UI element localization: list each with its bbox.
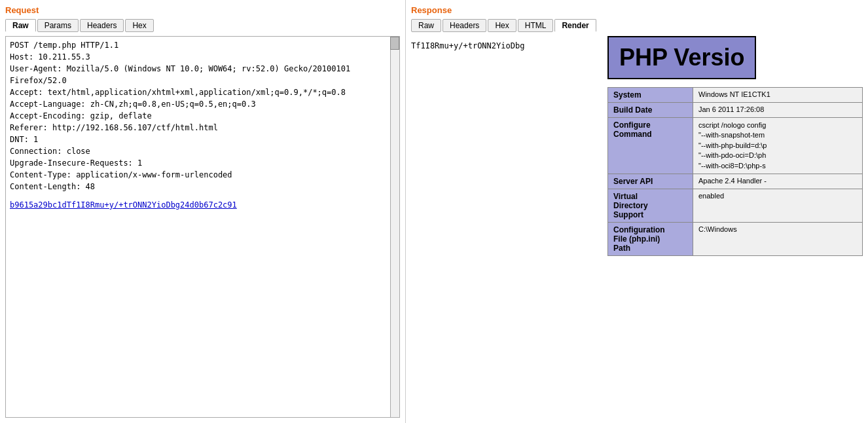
php-info-table: System Windows NT IE1CTK1 Build Date Jan… [607, 87, 863, 256]
request-body[interactable]: POST /temp.php HTTP/1.1 Host: 10.211.55.… [6, 37, 399, 417]
request-title: Request [5, 5, 400, 15]
request-firefox: Firefox/52.0 [10, 75, 395, 86]
table-row-virtual-dir: VirtualDirectorySupport enabled [608, 189, 863, 222]
value-server-api: Apache 2.4 Handler - [693, 174, 863, 189]
tab-raw-response[interactable]: Raw [411, 19, 441, 32]
response-encoded-text: Tf1I8Rmu+y/+trONN2YioDbg [411, 41, 607, 50]
request-referer: Referer: http://192.168.56.107/ctf/html.… [10, 122, 395, 134]
request-dnt: DNT: 1 [10, 134, 395, 145]
response-right: PHP Versio System Windows NT IE1CTK1 Bui… [607, 36, 863, 418]
label-system: System [608, 88, 693, 103]
tab-hex-request[interactable]: Hex [125, 19, 153, 32]
scrollbar-thumb[interactable] [390, 37, 399, 50]
tab-render-response[interactable]: Render [554, 19, 596, 32]
table-row-configure: ConfigureCommand cscript /nologo config … [608, 118, 863, 174]
response-content: Tf1I8Rmu+y/+trONN2YioDbg PHP Versio Syst… [411, 36, 863, 418]
request-user-agent: User-Agent: Mozilla/5.0 (Windows NT 10.0… [10, 63, 395, 75]
left-panel: Request Raw Params Headers Hex POST /tem… [0, 0, 406, 423]
table-row-system: System Windows NT IE1CTK1 [608, 88, 863, 103]
request-accept: Accept: text/html,application/xhtml+xml,… [10, 86, 395, 98]
request-tabs: Raw Params Headers Hex [5, 19, 400, 32]
tab-raw-request[interactable]: Raw [5, 19, 36, 32]
table-row-config-file: ConfigurationFile (php.ini)Path C:\Windo… [608, 222, 863, 255]
label-configure: ConfigureCommand [608, 118, 693, 174]
scrollbar[interactable] [390, 37, 399, 417]
tab-html-response[interactable]: HTML [518, 19, 554, 32]
table-row-server-api: Server API Apache 2.4 Handler - [608, 174, 863, 189]
request-link-text[interactable]: b9615a29bc1dTf1I8Rmu+y/+trONN2YioDbg24d0… [10, 200, 237, 210]
value-build-date: Jan 6 2011 17:26:08 [693, 103, 863, 118]
request-accept-lang: Accept-Language: zh-CN,zh;q=0.8,en-US;q=… [10, 98, 395, 110]
request-body-wrapper: POST /temp.php HTTP/1.1 Host: 10.211.55.… [5, 36, 400, 418]
response-tabs: Raw Headers Hex HTML Render [411, 19, 863, 32]
request-content-length: Content-Length: 48 [10, 181, 395, 193]
value-config-file: C:\Windows [693, 222, 863, 255]
response-left: Tf1I8Rmu+y/+trONN2YioDbg [411, 36, 607, 418]
response-title: Response [411, 5, 863, 15]
request-upgrade: Upgrade-Insecure-Requests: 1 [10, 157, 395, 169]
request-content-type: Content-Type: application/x-www-form-url… [10, 169, 395, 181]
label-virtual-dir: VirtualDirectorySupport [608, 189, 693, 222]
value-virtual-dir: enabled [693, 189, 863, 222]
tab-hex-response[interactable]: Hex [488, 19, 516, 32]
php-version-box: PHP Versio [607, 36, 756, 79]
label-config-file: ConfigurationFile (php.ini)Path [608, 222, 693, 255]
request-accept-enc: Accept-Encoding: gzip, deflate [10, 110, 395, 122]
label-build-date: Build Date [608, 103, 693, 118]
tab-headers-response[interactable]: Headers [443, 19, 486, 32]
request-connection: Connection: close [10, 145, 395, 157]
php-version-text: PHP Versio [619, 44, 744, 71]
table-row-build-date: Build Date Jan 6 2011 17:26:08 [608, 103, 863, 118]
label-server-api: Server API [608, 174, 693, 189]
value-system: Windows NT IE1CTK1 [693, 88, 863, 103]
tab-headers-request[interactable]: Headers [80, 19, 124, 32]
request-host: Host: 10.211.55.3 [10, 51, 395, 63]
value-configure: cscript /nologo config "--with-snapshot-… [693, 118, 863, 174]
request-line: POST /temp.php HTTP/1.1 [10, 39, 395, 51]
request-link: b9615a29bc1dTf1I8Rmu+y/+trONN2YioDbg24d0… [10, 199, 395, 211]
right-panel: Response Raw Headers Hex HTML Render Tf1… [406, 0, 868, 423]
tab-params-request[interactable]: Params [37, 19, 79, 32]
